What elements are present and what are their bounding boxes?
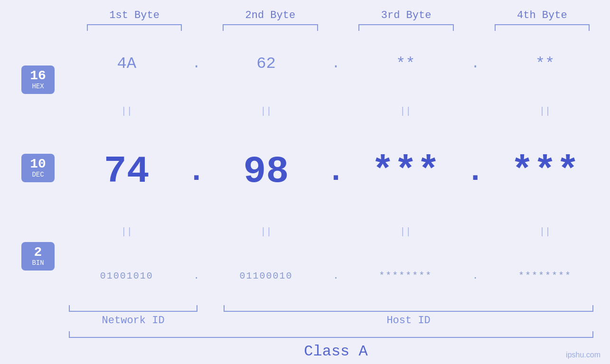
host-bracket (224, 305, 593, 312)
bracket-1 (87, 24, 182, 31)
eq1-b1: || (69, 106, 185, 117)
network-bracket (69, 305, 197, 312)
watermark: ipshu.com (566, 351, 601, 359)
hex-row: 4A . 62 . ** . ** (69, 55, 603, 73)
dec-b2-cell: 98 (208, 150, 324, 193)
eq2-b2: || (208, 226, 324, 237)
bin-b1-value: 01001010 (100, 271, 153, 281)
bin-b2-value: 01100010 (240, 271, 293, 281)
dec-b1-value: 74 (104, 150, 150, 193)
eq-row-1: || || || || (69, 106, 603, 117)
bin-dot-1: . (185, 271, 208, 281)
bracket-gap (197, 305, 224, 312)
dec-row: 74 . 98 . *** . *** (69, 150, 603, 193)
dec-badge: 10 DEC (21, 154, 55, 182)
data-section: 4A . 62 . ** . ** (69, 31, 603, 305)
hex-b4-value: ** (535, 55, 555, 73)
hex-b2-value: 62 (256, 55, 276, 73)
id-labels: Network ID Host ID (69, 315, 603, 327)
class-label: Class A (69, 343, 603, 360)
hex-dot-1: . (185, 56, 208, 72)
eq-row-2: || || || || (69, 226, 603, 237)
bin-dot-2: . (324, 271, 348, 281)
hex-b1-value: 4A (117, 55, 136, 73)
bracket-2 (223, 24, 318, 31)
bin-text: BIN (28, 259, 48, 267)
network-id-label: Network ID (69, 315, 197, 327)
main-content: 16 HEX 10 DEC 2 BIN 4A . (0, 31, 610, 305)
byte4-header: 4th Byte (474, 9, 610, 21)
dec-b1-cell: 74 (69, 150, 185, 193)
eq1-b2: || (208, 106, 324, 117)
bin-num: 2 (28, 246, 48, 259)
host-id-label: Host ID (224, 315, 593, 327)
bin-b2-cell: 01100010 (208, 271, 324, 281)
hex-b2-cell: 62 (208, 55, 324, 73)
bracket-cell-4 (474, 24, 610, 31)
hex-num: 16 (28, 69, 48, 83)
hex-b3-value: ** (396, 55, 415, 73)
dec-text: DEC (28, 171, 48, 178)
dec-b3-value: *** (371, 150, 440, 193)
eq2-b3: || (348, 226, 464, 237)
hex-dot-2: . (324, 56, 348, 72)
bracket-cell-3 (338, 24, 474, 31)
eq2-b4: || (487, 226, 603, 237)
bin-b4-cell: ******** (487, 271, 603, 281)
eq1-b4: || (487, 106, 603, 117)
dec-dot-1: . (185, 154, 208, 189)
bin-b3-cell: ******** (348, 271, 464, 281)
eq2-b1: || (69, 226, 185, 237)
hex-b3-cell: ** (348, 55, 464, 73)
eq1-b3: || (348, 106, 464, 117)
dec-b4-cell: *** (487, 150, 603, 193)
dec-b2-value: 98 (244, 150, 289, 193)
top-brackets (0, 24, 610, 31)
bottom-area: Network ID Host ID Class A (0, 305, 610, 364)
bin-b4-value: ******** (518, 271, 572, 281)
bin-row: 01001010 . 01100010 . ******** . (69, 271, 603, 281)
hex-dot-3: . (463, 56, 487, 72)
bottom-brackets-row (69, 305, 603, 312)
hex-badge: 16 HEX (21, 65, 55, 94)
bin-b3-value: ******** (379, 271, 432, 281)
byte1-header: 1st Byte (66, 9, 202, 21)
dec-b3-cell: *** (348, 150, 464, 193)
full-bottom-bracket (69, 331, 593, 338)
dec-dot-3: . (463, 154, 487, 189)
byte3-header: 3rd Byte (338, 9, 474, 21)
bin-b1-cell: 01001010 (69, 271, 185, 281)
hex-b4-cell: ** (487, 55, 603, 73)
hex-text: HEX (28, 83, 48, 90)
dec-dot-2: . (324, 154, 348, 189)
bracket-4 (495, 24, 590, 31)
bracket-cell-2 (202, 24, 338, 31)
bin-dot-3: . (463, 271, 487, 281)
bin-badge: 2 BIN (21, 242, 55, 271)
byte-headers: 1st Byte 2nd Byte 3rd Byte 4th Byte (0, 9, 610, 21)
byte2-header: 2nd Byte (202, 9, 338, 21)
dec-num: 10 (28, 158, 48, 171)
hex-b1-cell: 4A (69, 55, 185, 73)
bracket-3 (358, 24, 453, 31)
bracket-cell-1 (66, 24, 202, 31)
dec-b4-value: *** (511, 150, 579, 193)
page-container: 1st Byte 2nd Byte 3rd Byte 4th Byte 16 H… (0, 0, 610, 364)
labels-column: 16 HEX 10 DEC 2 BIN (7, 31, 69, 305)
